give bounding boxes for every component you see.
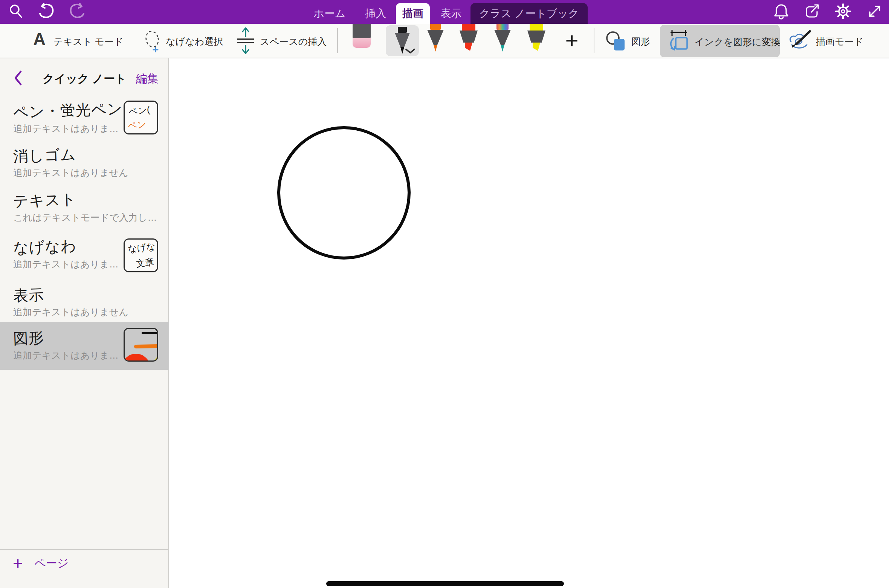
search-button[interactable] — [6, 2, 26, 20]
draw-mode-label: 描画モード — [816, 35, 863, 48]
thumb-ink-text: ペン — [127, 118, 147, 132]
home-indicator[interactable] — [326, 581, 564, 586]
page-subtitle: これはテキストモードで入力し… — [13, 211, 157, 224]
page-list-item[interactable]: テキスト これはテキストモードで入力し… — [0, 188, 169, 232]
page-subtitle: 追加テキストはありません — [13, 306, 128, 318]
page-list-sidebar: クイック ノート 編集 ペン・蛍光ペン 追加テキストはありま… ペン( ペン 消… — [0, 58, 169, 588]
page-thumbnail: ペン( ペン — [124, 101, 158, 134]
page-list-item[interactable]: ペン・蛍光ペン 追加テキストはありま… ペン( ペン — [0, 99, 169, 143]
page-list-item[interactable]: 消しゴム 追加テキストはありません — [0, 143, 169, 187]
thumb-shapes-drawing — [125, 329, 158, 362]
eraser-tool[interactable] — [353, 24, 371, 49]
rainbow-pen-icon — [492, 24, 513, 52]
text-mode-icon: A — [33, 31, 46, 48]
page-subtitle: 追加テキストはありま… — [13, 258, 119, 270]
back-button[interactable] — [13, 70, 23, 86]
insert-space-button[interactable]: スペースの挿入 — [237, 24, 331, 58]
page-ink-title: 図形 — [13, 327, 44, 349]
orange-pen-icon — [425, 24, 446, 52]
drawing-canvas[interactable] — [169, 58, 889, 588]
toolbar-divider — [337, 28, 338, 53]
page-ink-title: 表示 — [13, 284, 44, 306]
chevron-down-icon — [405, 49, 415, 54]
toolbar-divider — [594, 28, 594, 53]
edit-button[interactable]: 編集 — [136, 71, 159, 87]
highlighter-red[interactable] — [458, 24, 479, 52]
bell-icon — [774, 3, 789, 20]
lasso-select-label: なげなわ選択 — [166, 35, 223, 48]
tab-home[interactable]: ホーム — [307, 3, 352, 24]
lasso-icon — [143, 30, 163, 52]
page-ink-title: テキスト — [13, 189, 77, 212]
notifications-button[interactable] — [771, 2, 791, 20]
gear-icon — [835, 3, 851, 20]
thumb-ink-text: 文章 — [135, 256, 154, 270]
page-ink-title: ペン・蛍光ペン — [13, 98, 123, 123]
notebook-section-title: クイック ノート — [43, 71, 127, 87]
draw-mode-button[interactable]: 描画モード — [786, 24, 869, 58]
draw-mode-icon — [787, 28, 812, 53]
page-list-item[interactable]: 表示 追加テキストはありません — [0, 283, 169, 326]
page-list-item[interactable]: なげなわ 追加テキストはありま… なげな 文章 — [0, 235, 169, 278]
tab-insert[interactable]: 挿入 — [358, 3, 394, 24]
eraser-cap — [353, 24, 371, 38]
share-icon — [804, 3, 820, 19]
add-page-button[interactable]: + ページ — [0, 550, 169, 576]
redo-button[interactable] — [68, 2, 87, 20]
ink-to-shape-icon — [667, 29, 690, 53]
shapes-button[interactable]: 図形 — [603, 24, 654, 58]
plus-icon: + — [13, 554, 23, 572]
page-list-item-selected[interactable]: 図形 追加テキストはありま… — [0, 322, 169, 370]
page-subtitle: 追加テキストはありません — [13, 166, 128, 179]
page-ink-title: 消しゴム — [13, 144, 76, 167]
tab-draw[interactable]: 描画 — [396, 3, 430, 24]
tab-class-notebook[interactable]: クラス ノートブック — [470, 3, 588, 24]
thumb-ink-text: ペン( — [128, 104, 150, 118]
page-subtitle: 追加テキストはありま… — [13, 349, 119, 362]
thumb-ink-text: なげな — [127, 240, 156, 255]
yellow-highlighter-icon — [526, 24, 547, 52]
text-mode-button[interactable]: A テキスト モード — [30, 24, 124, 58]
lasso-select-button[interactable]: なげなわ選択 — [141, 24, 226, 58]
fullscreen-button[interactable] — [865, 2, 884, 20]
text-mode-label: テキスト モード — [53, 35, 123, 48]
page-ink-title: なげなわ — [13, 235, 77, 258]
page-thumbnail: なげな 文章 — [124, 238, 158, 272]
add-page-label: ページ — [34, 556, 69, 571]
shapes-icon — [605, 30, 627, 52]
shapes-label: 図形 — [631, 35, 650, 48]
pen-black-selected[interactable] — [386, 25, 419, 56]
share-button[interactable] — [802, 2, 822, 20]
highlighter-yellow[interactable] — [526, 24, 547, 52]
eraser-body — [353, 38, 371, 48]
insert-space-icon — [237, 26, 255, 55]
add-pen-button[interactable]: + — [561, 27, 583, 54]
page-thumbnail — [124, 328, 158, 362]
search-icon — [8, 3, 23, 20]
onenote-app: ホーム 挿入 描画 表示 クラス ノートブック — [0, 0, 889, 588]
redo-icon — [68, 3, 87, 20]
chevron-left-icon — [13, 70, 23, 86]
red-highlighter-icon — [458, 24, 479, 52]
tab-view[interactable]: 表示 — [433, 3, 469, 24]
insert-space-label: スペースの挿入 — [260, 35, 327, 48]
pen-orange[interactable] — [425, 24, 446, 52]
draw-ribbon: A テキスト モード なげなわ選択 スペースの挿入 — [0, 24, 889, 58]
undo-icon — [36, 3, 56, 20]
page-subtitle: 追加テキストはありま… — [13, 122, 119, 135]
settings-button[interactable] — [833, 2, 853, 20]
ink-to-shape-button[interactable]: インクを図形に変換 — [660, 25, 780, 57]
sidebar-header: クイック ノート 編集 — [0, 66, 169, 90]
expand-icon — [867, 3, 883, 19]
ink-circle-drawing — [277, 126, 411, 260]
pen-rainbow[interactable] — [492, 24, 513, 52]
top-app-bar: ホーム 挿入 描画 表示 クラス ノートブック — [0, 0, 889, 24]
ink-to-shape-label: インクを図形に変換 — [695, 36, 781, 48]
undo-button[interactable] — [36, 2, 56, 20]
